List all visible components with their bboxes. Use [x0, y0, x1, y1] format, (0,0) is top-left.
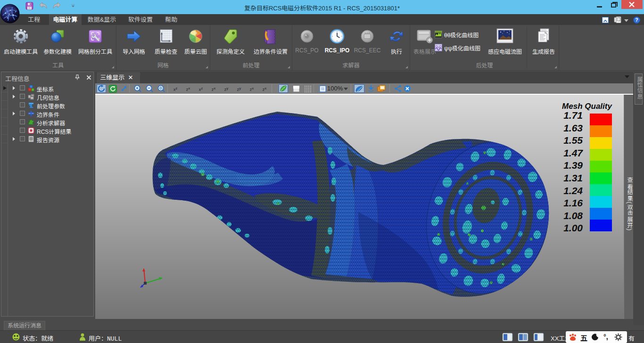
svg-text:?: ? — [635, 17, 638, 23]
